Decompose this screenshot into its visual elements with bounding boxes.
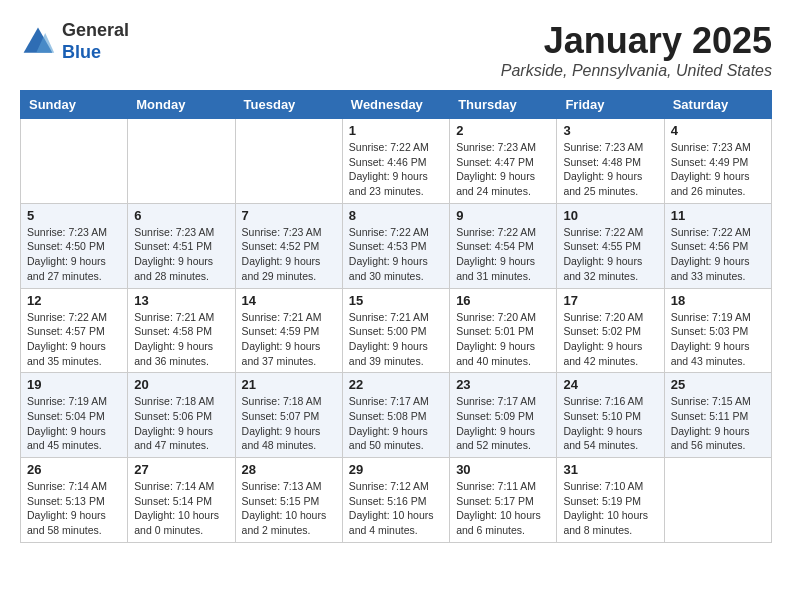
weekday-saturday: Saturday [664, 91, 771, 119]
calendar-cell [235, 119, 342, 204]
day-info: Sunrise: 7:23 AM Sunset: 4:52 PM Dayligh… [242, 225, 336, 284]
calendar-cell: 10Sunrise: 7:22 AM Sunset: 4:55 PM Dayli… [557, 203, 664, 288]
day-number: 18 [671, 293, 765, 308]
calendar-cell: 8Sunrise: 7:22 AM Sunset: 4:53 PM Daylig… [342, 203, 449, 288]
day-number: 11 [671, 208, 765, 223]
week-row-2: 5Sunrise: 7:23 AM Sunset: 4:50 PM Daylig… [21, 203, 772, 288]
day-number: 3 [563, 123, 657, 138]
day-number: 29 [349, 462, 443, 477]
calendar-cell: 2Sunrise: 7:23 AM Sunset: 4:47 PM Daylig… [450, 119, 557, 204]
calendar-cell: 4Sunrise: 7:23 AM Sunset: 4:49 PM Daylig… [664, 119, 771, 204]
calendar-cell: 13Sunrise: 7:21 AM Sunset: 4:58 PM Dayli… [128, 288, 235, 373]
calendar-table: SundayMondayTuesdayWednesdayThursdayFrid… [20, 90, 772, 543]
day-number: 17 [563, 293, 657, 308]
day-number: 8 [349, 208, 443, 223]
weekday-tuesday: Tuesday [235, 91, 342, 119]
calendar-cell [128, 119, 235, 204]
calendar-cell: 23Sunrise: 7:17 AM Sunset: 5:09 PM Dayli… [450, 373, 557, 458]
calendar-cell: 29Sunrise: 7:12 AM Sunset: 5:16 PM Dayli… [342, 458, 449, 543]
day-info: Sunrise: 7:21 AM Sunset: 4:58 PM Dayligh… [134, 310, 228, 369]
calendar-cell: 11Sunrise: 7:22 AM Sunset: 4:56 PM Dayli… [664, 203, 771, 288]
day-info: Sunrise: 7:23 AM Sunset: 4:49 PM Dayligh… [671, 140, 765, 199]
day-number: 30 [456, 462, 550, 477]
weekday-header-row: SundayMondayTuesdayWednesdayThursdayFrid… [21, 91, 772, 119]
day-info: Sunrise: 7:22 AM Sunset: 4:53 PM Dayligh… [349, 225, 443, 284]
calendar-cell: 3Sunrise: 7:23 AM Sunset: 4:48 PM Daylig… [557, 119, 664, 204]
calendar-cell: 7Sunrise: 7:23 AM Sunset: 4:52 PM Daylig… [235, 203, 342, 288]
calendar-cell: 15Sunrise: 7:21 AM Sunset: 5:00 PM Dayli… [342, 288, 449, 373]
calendar-cell: 14Sunrise: 7:21 AM Sunset: 4:59 PM Dayli… [235, 288, 342, 373]
day-info: Sunrise: 7:20 AM Sunset: 5:01 PM Dayligh… [456, 310, 550, 369]
calendar-cell: 22Sunrise: 7:17 AM Sunset: 5:08 PM Dayli… [342, 373, 449, 458]
day-number: 13 [134, 293, 228, 308]
day-info: Sunrise: 7:12 AM Sunset: 5:16 PM Dayligh… [349, 479, 443, 538]
calendar-cell: 28Sunrise: 7:13 AM Sunset: 5:15 PM Dayli… [235, 458, 342, 543]
weekday-thursday: Thursday [450, 91, 557, 119]
day-info: Sunrise: 7:23 AM Sunset: 4:50 PM Dayligh… [27, 225, 121, 284]
day-info: Sunrise: 7:17 AM Sunset: 5:09 PM Dayligh… [456, 394, 550, 453]
calendar-cell: 27Sunrise: 7:14 AM Sunset: 5:14 PM Dayli… [128, 458, 235, 543]
day-number: 2 [456, 123, 550, 138]
day-number: 14 [242, 293, 336, 308]
day-number: 27 [134, 462, 228, 477]
calendar-cell: 18Sunrise: 7:19 AM Sunset: 5:03 PM Dayli… [664, 288, 771, 373]
calendar-cell [664, 458, 771, 543]
day-info: Sunrise: 7:23 AM Sunset: 4:48 PM Dayligh… [563, 140, 657, 199]
calendar-cell: 20Sunrise: 7:18 AM Sunset: 5:06 PM Dayli… [128, 373, 235, 458]
day-info: Sunrise: 7:19 AM Sunset: 5:04 PM Dayligh… [27, 394, 121, 453]
weekday-wednesday: Wednesday [342, 91, 449, 119]
week-row-1: 1Sunrise: 7:22 AM Sunset: 4:46 PM Daylig… [21, 119, 772, 204]
day-info: Sunrise: 7:23 AM Sunset: 4:51 PM Dayligh… [134, 225, 228, 284]
logo: General Blue [20, 20, 129, 63]
day-info: Sunrise: 7:22 AM Sunset: 4:46 PM Dayligh… [349, 140, 443, 199]
day-number: 24 [563, 377, 657, 392]
day-info: Sunrise: 7:18 AM Sunset: 5:07 PM Dayligh… [242, 394, 336, 453]
day-info: Sunrise: 7:22 AM Sunset: 4:57 PM Dayligh… [27, 310, 121, 369]
calendar-cell: 1Sunrise: 7:22 AM Sunset: 4:46 PM Daylig… [342, 119, 449, 204]
page-header: General Blue January 2025 Parkside, Penn… [20, 20, 772, 80]
calendar-cell: 17Sunrise: 7:20 AM Sunset: 5:02 PM Dayli… [557, 288, 664, 373]
weekday-monday: Monday [128, 91, 235, 119]
day-number: 4 [671, 123, 765, 138]
calendar-cell: 26Sunrise: 7:14 AM Sunset: 5:13 PM Dayli… [21, 458, 128, 543]
day-number: 7 [242, 208, 336, 223]
day-info: Sunrise: 7:22 AM Sunset: 4:54 PM Dayligh… [456, 225, 550, 284]
day-number: 5 [27, 208, 121, 223]
week-row-4: 19Sunrise: 7:19 AM Sunset: 5:04 PM Dayli… [21, 373, 772, 458]
logo-icon [20, 24, 56, 60]
day-number: 28 [242, 462, 336, 477]
day-info: Sunrise: 7:17 AM Sunset: 5:08 PM Dayligh… [349, 394, 443, 453]
day-info: Sunrise: 7:23 AM Sunset: 4:47 PM Dayligh… [456, 140, 550, 199]
location: Parkside, Pennsylvania, United States [501, 62, 772, 80]
weekday-sunday: Sunday [21, 91, 128, 119]
day-number: 16 [456, 293, 550, 308]
day-info: Sunrise: 7:22 AM Sunset: 4:55 PM Dayligh… [563, 225, 657, 284]
month-title: January 2025 [501, 20, 772, 62]
calendar-cell: 24Sunrise: 7:16 AM Sunset: 5:10 PM Dayli… [557, 373, 664, 458]
day-info: Sunrise: 7:20 AM Sunset: 5:02 PM Dayligh… [563, 310, 657, 369]
day-info: Sunrise: 7:14 AM Sunset: 5:13 PM Dayligh… [27, 479, 121, 538]
calendar-body: 1Sunrise: 7:22 AM Sunset: 4:46 PM Daylig… [21, 119, 772, 543]
day-number: 12 [27, 293, 121, 308]
calendar-cell: 25Sunrise: 7:15 AM Sunset: 5:11 PM Dayli… [664, 373, 771, 458]
day-info: Sunrise: 7:10 AM Sunset: 5:19 PM Dayligh… [563, 479, 657, 538]
day-number: 6 [134, 208, 228, 223]
calendar-cell: 9Sunrise: 7:22 AM Sunset: 4:54 PM Daylig… [450, 203, 557, 288]
title-area: January 2025 Parkside, Pennsylvania, Uni… [501, 20, 772, 80]
day-number: 22 [349, 377, 443, 392]
day-info: Sunrise: 7:22 AM Sunset: 4:56 PM Dayligh… [671, 225, 765, 284]
day-info: Sunrise: 7:21 AM Sunset: 5:00 PM Dayligh… [349, 310, 443, 369]
day-info: Sunrise: 7:16 AM Sunset: 5:10 PM Dayligh… [563, 394, 657, 453]
day-number: 26 [27, 462, 121, 477]
calendar-cell: 19Sunrise: 7:19 AM Sunset: 5:04 PM Dayli… [21, 373, 128, 458]
calendar-cell: 12Sunrise: 7:22 AM Sunset: 4:57 PM Dayli… [21, 288, 128, 373]
week-row-3: 12Sunrise: 7:22 AM Sunset: 4:57 PM Dayli… [21, 288, 772, 373]
calendar-cell: 30Sunrise: 7:11 AM Sunset: 5:17 PM Dayli… [450, 458, 557, 543]
calendar-cell: 16Sunrise: 7:20 AM Sunset: 5:01 PM Dayli… [450, 288, 557, 373]
day-number: 31 [563, 462, 657, 477]
day-number: 21 [242, 377, 336, 392]
day-number: 15 [349, 293, 443, 308]
day-number: 19 [27, 377, 121, 392]
day-info: Sunrise: 7:14 AM Sunset: 5:14 PM Dayligh… [134, 479, 228, 538]
day-number: 1 [349, 123, 443, 138]
